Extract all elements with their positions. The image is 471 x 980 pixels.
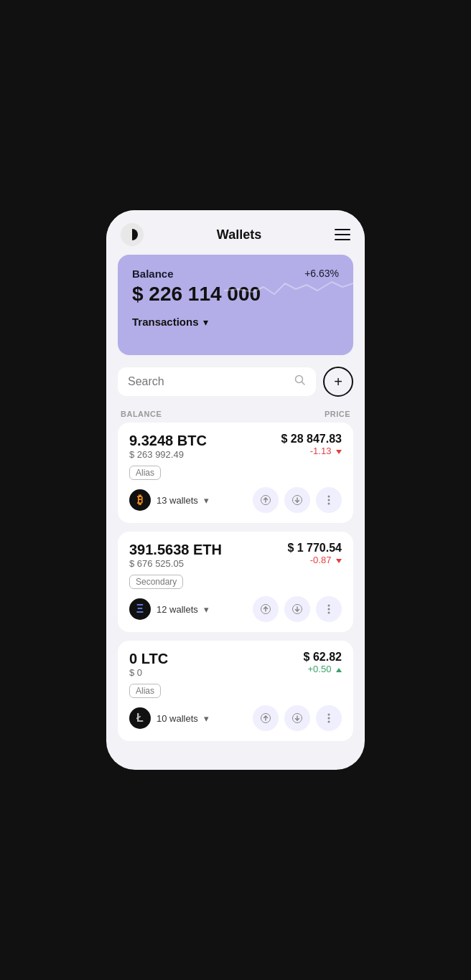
eth-price: $ 1 770.54 — [287, 542, 342, 555]
app-title: Wallets — [217, 227, 261, 242]
svg-line-2 — [302, 382, 305, 385]
eth-actions — [253, 596, 342, 622]
eth-left: 391.5638 ETH $ 676 525.05 — [129, 542, 222, 573]
btc-more-button[interactable] — [316, 487, 342, 513]
btc-actions — [253, 487, 342, 513]
eth-coin-icon: Ξ — [129, 598, 151, 620]
ltc-send-button[interactable] — [253, 705, 279, 731]
ltc-tag: Alias — [129, 684, 161, 698]
eth-change-icon — [336, 559, 342, 563]
eth-change: -0.87 — [310, 555, 342, 565]
ltc-amount: 0 LTC — [129, 651, 168, 667]
asset-card-btc: 9.3248 BTC $ 263 992.49 $ 28 847.83 -1.1… — [118, 423, 353, 523]
asset-card-eth: 391.5638 ETH $ 676 525.05 $ 1 770.54 -0.… — [118, 532, 353, 632]
btc-left: 9.3248 BTC $ 263 992.49 — [129, 433, 207, 464]
eth-right: $ 1 770.54 -0.87 — [287, 542, 342, 565]
eth-wallets-chevron-icon: ▾ — [204, 604, 209, 615]
transactions-label: Transactions — [132, 316, 199, 328]
btc-coin-icon: ₿ — [129, 489, 151, 511]
eth-receive-button[interactable] — [284, 596, 310, 622]
svg-point-12 — [328, 612, 330, 614]
eth-bottom-row: Ξ 12 wallets ▾ — [129, 596, 342, 622]
menu-button[interactable] — [335, 229, 350, 240]
ltc-wallet-count: 10 wallets — [157, 713, 198, 724]
btc-right: $ 28 847.83 -1.13 — [281, 433, 342, 456]
btc-bottom-row: ₿ 13 wallets ▾ — [129, 487, 342, 513]
btc-change: -1.13 — [310, 446, 342, 456]
btc-price: $ 28 847.83 — [281, 433, 342, 446]
svg-point-17 — [328, 721, 330, 723]
svg-point-11 — [328, 608, 330, 611]
btc-tag: Alias — [129, 466, 161, 480]
svg-point-10 — [328, 605, 330, 607]
btc-wallets-chevron-icon: ▾ — [204, 495, 209, 506]
ltc-price: $ 62.82 — [304, 651, 342, 664]
price-column-header: PRICE — [325, 410, 350, 418]
eth-send-button[interactable] — [253, 596, 279, 622]
header: Wallets — [106, 210, 365, 255]
btc-receive-button[interactable] — [284, 487, 310, 513]
balance-card: Balance +6.63% $ 226 114 000 Transaction… — [118, 255, 353, 355]
menu-line-1 — [335, 229, 350, 230]
ltc-wallets-chevron-icon: ▾ — [204, 713, 209, 724]
ltc-usd: $ 0 — [129, 667, 168, 678]
balance-column-header: BALANCE — [121, 410, 162, 418]
ltc-top-row: 0 LTC $ 0 $ 62.82 +0.50 — [129, 651, 342, 682]
transactions-chevron-icon: ▾ — [203, 316, 208, 328]
eth-more-button[interactable] — [316, 596, 342, 622]
ltc-more-button[interactable] — [316, 705, 342, 731]
eth-tag: Secondary — [129, 575, 183, 589]
asset-card-ltc: 0 LTC $ 0 $ 62.82 +0.50 Alias Ł 10 walle… — [118, 641, 353, 741]
svg-point-15 — [328, 714, 330, 716]
ltc-left: 0 LTC $ 0 — [129, 651, 168, 682]
eth-wallet-count: 12 wallets — [157, 604, 198, 615]
btc-wallet-count: 13 wallets — [157, 495, 198, 506]
btc-amount: 9.3248 BTC — [129, 433, 207, 449]
btc-send-button[interactable] — [253, 487, 279, 513]
search-icon — [294, 374, 306, 389]
balance-label: Balance — [132, 268, 174, 280]
ltc-change: +0.50 — [307, 664, 342, 674]
ltc-bottom-row: Ł 10 wallets ▾ — [129, 705, 342, 731]
btc-wallet-info: ₿ 13 wallets ▾ — [129, 489, 209, 511]
menu-line-3 — [335, 239, 350, 240]
search-input[interactable] — [128, 375, 289, 388]
ltc-right: $ 62.82 +0.50 — [304, 651, 342, 674]
svg-point-5 — [328, 496, 330, 498]
ltc-actions — [253, 705, 342, 731]
add-icon: + — [334, 374, 342, 390]
eth-amount: 391.5638 ETH — [129, 542, 222, 558]
search-bar-container: + — [118, 367, 353, 397]
eth-wallet-info: Ξ 12 wallets ▾ — [129, 598, 209, 620]
logo-icon — [121, 223, 144, 246]
svg-point-16 — [328, 717, 330, 720]
svg-point-7 — [328, 503, 330, 505]
eth-top-row: 391.5638 ETH $ 676 525.05 $ 1 770.54 -0.… — [129, 542, 342, 573]
add-wallet-button[interactable]: + — [323, 367, 353, 397]
column-headers: BALANCE PRICE — [106, 405, 365, 423]
ltc-receive-button[interactable] — [284, 705, 310, 731]
eth-usd: $ 676 525.05 — [129, 558, 222, 569]
balance-chart — [224, 269, 353, 319]
btc-usd: $ 263 992.49 — [129, 449, 207, 460]
search-bar — [118, 367, 316, 396]
btc-change-icon — [336, 450, 342, 454]
menu-line-2 — [335, 234, 350, 235]
btc-top-row: 9.3248 BTC $ 263 992.49 $ 28 847.83 -1.1… — [129, 433, 342, 464]
phone-frame: Wallets Balance +6.63% $ 226 114 000 Tra… — [106, 210, 365, 770]
ltc-change-icon — [336, 668, 342, 672]
ltc-wallet-info: Ł 10 wallets ▾ — [129, 707, 209, 729]
svg-point-6 — [328, 499, 330, 501]
ltc-coin-icon: Ł — [129, 707, 151, 729]
